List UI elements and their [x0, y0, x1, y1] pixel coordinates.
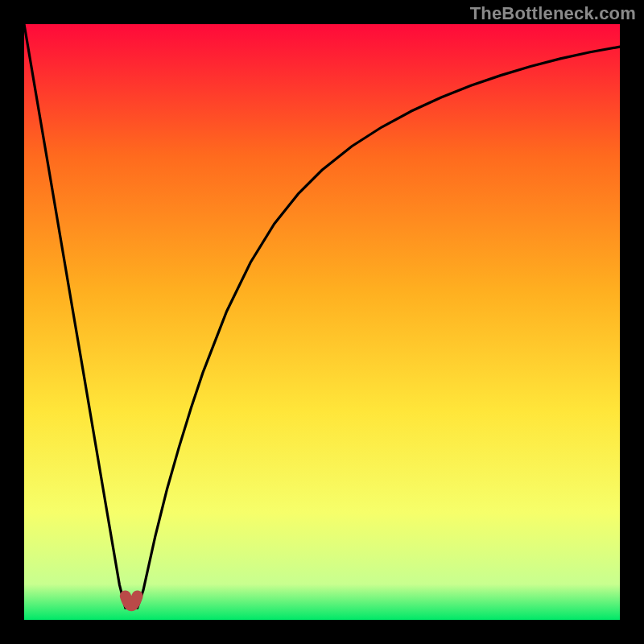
chart-frame: TheBottleneck.com	[0, 0, 644, 644]
bottleneck-plot	[24, 24, 620, 620]
curve-trough-marker	[126, 596, 138, 605]
watermark-text: TheBottleneck.com	[470, 3, 636, 24]
gradient-background	[24, 24, 620, 620]
